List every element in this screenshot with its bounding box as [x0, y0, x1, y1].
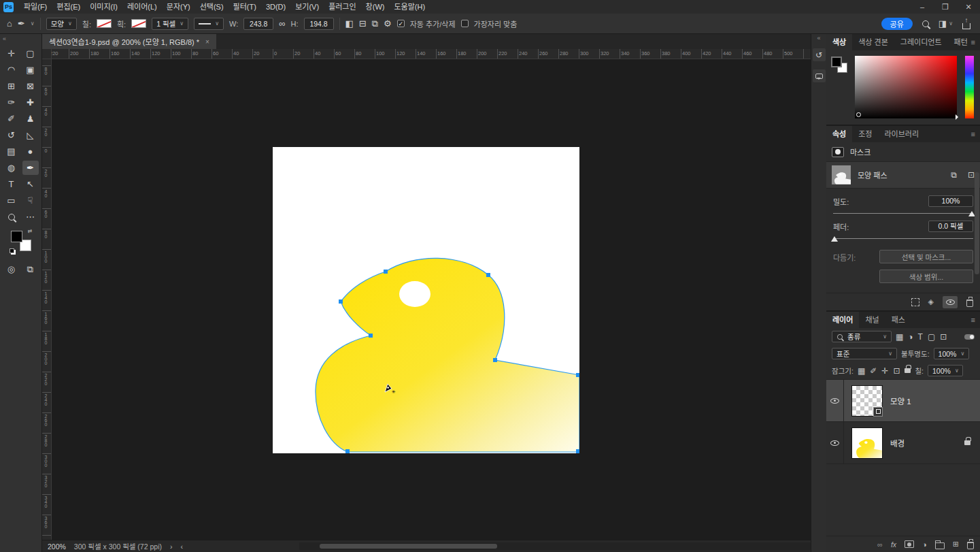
collapse-tools-icon[interactable]: « [0, 34, 41, 44]
quick-mask-icon[interactable]: ◎ [3, 262, 20, 276]
trash-icon[interactable] [966, 299, 973, 307]
path-operations-icon[interactable]: ◧ [345, 18, 354, 29]
blur-tool[interactable]: ● [22, 144, 39, 159]
restore-button[interactable]: ❒ [934, 0, 957, 14]
canvas[interactable] [273, 147, 579, 453]
vector-frame-icon[interactable]: ⊡ [968, 170, 975, 180]
healing-brush-tool[interactable]: ✚ [22, 95, 39, 110]
brush-tool[interactable]: ✐ [3, 112, 20, 126]
horizontal-scrollbar-thumb[interactable] [320, 544, 497, 549]
color-tab-2[interactable]: 그레이디언트 [894, 34, 948, 50]
close-tab-icon[interactable]: × [205, 38, 209, 46]
menu-3d[interactable]: 3D(D) [261, 0, 290, 14]
menu-window[interactable]: 창(W) [361, 0, 390, 14]
history-panel-icon[interactable]: ↺ [813, 48, 826, 61]
horizontal-scrollbar[interactable] [299, 542, 811, 550]
new-group-icon[interactable] [935, 542, 945, 549]
pen-tool-preset-icon[interactable]: ✒ [18, 18, 25, 29]
menu-type[interactable]: 문자(Y) [162, 0, 195, 14]
menu-file[interactable]: 파일(F) [19, 0, 52, 14]
lock-position-icon[interactable]: ✛ [881, 366, 888, 376]
search-icon[interactable] [922, 20, 929, 27]
menu-select[interactable]: 선택(S) [195, 0, 229, 14]
blend-mode-select[interactable]: 표준 ∨ [832, 348, 897, 359]
gear-icon[interactable]: ⚙ [384, 18, 392, 29]
path-selection-tool[interactable]: ↖ [22, 177, 39, 191]
close-button[interactable]: ✕ [957, 0, 980, 14]
properties-scrollbar[interactable] [975, 172, 979, 274]
clone-stamp-tool[interactable]: ♟ [22, 112, 39, 126]
history-brush-tool[interactable]: ↺ [3, 128, 20, 142]
status-arrow-left[interactable]: ‹ [180, 542, 183, 551]
saturation-brightness-field[interactable] [855, 56, 957, 118]
document-tab[interactable]: 섹션03연습1-9.psd @ 200% (모양 1, RGB/8) * × [42, 34, 216, 49]
stroke-swatch[interactable] [131, 19, 146, 28]
layers-tab-0[interactable]: 레이어 [826, 312, 859, 328]
height-input[interactable]: 194.8 [304, 18, 334, 30]
layer-visibility-toggle[interactable] [826, 380, 844, 421]
lock-transparency-icon[interactable]: ▦ [858, 366, 865, 376]
home-icon[interactable]: ⌂ [7, 18, 12, 29]
adjustment-layer-icon[interactable]: ◑ [922, 540, 927, 549]
minimize-button[interactable]: – [911, 0, 934, 14]
layers-tab-1[interactable]: 채널 [859, 312, 885, 328]
filter-image-icon[interactable]: ▦ [896, 332, 903, 342]
menu-layer[interactable]: 레이어(L) [122, 0, 162, 14]
lasso-tool[interactable]: ◠ [3, 63, 20, 77]
mask-visibility-toggle[interactable] [943, 296, 958, 308]
menu-plugins[interactable]: 플러그인 [324, 0, 360, 14]
select-and-mask-button[interactable]: 선택 및 마스크... [879, 250, 973, 263]
panel-menu-icon[interactable]: ≡ [971, 38, 975, 46]
new-layer-icon[interactable]: ⊞ [953, 540, 959, 549]
opacity-select[interactable]: 100% ∨ [934, 348, 969, 359]
color-tab-3[interactable]: 패턴 [948, 34, 974, 50]
comments-panel-icon[interactable] [813, 69, 826, 82]
density-slider[interactable] [833, 213, 973, 214]
add-mask-icon[interactable]: ⧉ [951, 170, 957, 180]
canvas-viewport[interactable]: 2202001801601401201008060402002040608010… [42, 49, 811, 540]
lock-artboard-icon[interactable]: ⊡ [893, 366, 900, 376]
zoom-level[interactable]: 200% [48, 542, 66, 551]
feather-slider-knob[interactable] [831, 236, 838, 242]
menu-help[interactable]: 도움말(H) [389, 0, 430, 14]
menu-image[interactable]: 이미지(I) [85, 0, 122, 14]
layer-thumbnail[interactable] [851, 427, 883, 459]
color-range-button[interactable]: 색상 범위... [879, 270, 973, 283]
eraser-tool[interactable]: ◺ [22, 128, 39, 142]
stroke-width-select[interactable]: 1 픽셀 ∨ [152, 18, 188, 30]
workspace-icon[interactable]: ◨ [939, 18, 947, 29]
marquee-tool[interactable]: ▢ [22, 46, 39, 61]
shape-tool[interactable]: ▭ [3, 193, 20, 208]
hue-slider[interactable] [965, 56, 974, 118]
type-tool[interactable]: T [3, 177, 20, 191]
default-colors-icon[interactable] [10, 248, 14, 253]
layer-thumbnail[interactable] [851, 385, 883, 417]
fill-swatch[interactable] [97, 19, 112, 28]
color-field-cursor[interactable] [856, 112, 861, 117]
layer-visibility-toggle[interactable] [826, 422, 844, 464]
properties-tab-2[interactable]: 라이브러리 [879, 126, 926, 142]
foreground-color-swatch[interactable] [831, 56, 842, 67]
hand-tool[interactable]: ☟ [22, 193, 39, 208]
panel-menu-icon[interactable]: ≡ [971, 316, 975, 324]
link-layers-icon[interactable]: ∞ [877, 540, 883, 549]
add-mask-icon[interactable] [905, 540, 914, 548]
menu-filter[interactable]: 필터(T) [229, 0, 261, 14]
lock-all-icon[interactable] [905, 368, 911, 373]
width-input[interactable]: 243.8 [243, 18, 273, 30]
layer-filter-toggle[interactable] [964, 334, 975, 340]
properties-tab-1[interactable]: 조정 [852, 126, 878, 142]
feather-value[interactable]: 0.0 픽셀 [928, 221, 973, 232]
more-tools[interactable]: ⋯ [22, 210, 39, 224]
invert-mask-icon[interactable]: ◈ [928, 297, 934, 306]
trash-icon[interactable] [967, 542, 974, 549]
layers-tab-2[interactable]: 패스 [885, 312, 911, 328]
pen-tool[interactable]: ✒ [22, 161, 39, 175]
collapse-panels-icon[interactable]: « [817, 35, 820, 42]
export-icon[interactable] [962, 23, 970, 29]
path-alignment-icon[interactable]: ⊟ [359, 18, 367, 29]
load-selection-icon[interactable] [911, 298, 919, 306]
filter-shape-icon[interactable]: ▢ [928, 332, 935, 342]
move-tool[interactable]: ✛ [3, 46, 20, 61]
feather-slider[interactable] [833, 238, 973, 239]
